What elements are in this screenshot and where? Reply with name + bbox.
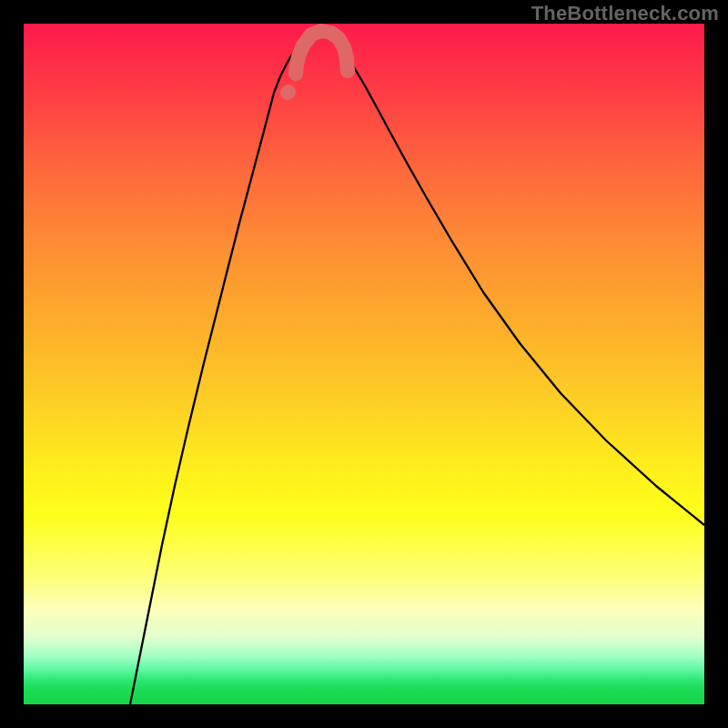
chart-area <box>24 24 704 704</box>
series-right-branch <box>344 51 704 525</box>
series-valley-highlight-dot <box>288 92 288 93</box>
watermark-label: TheBottleneck.com <box>531 2 719 25</box>
series-left-branch <box>130 51 295 704</box>
bottleneck-curve-plot <box>24 24 704 704</box>
series-valley-highlight-main <box>296 31 348 74</box>
